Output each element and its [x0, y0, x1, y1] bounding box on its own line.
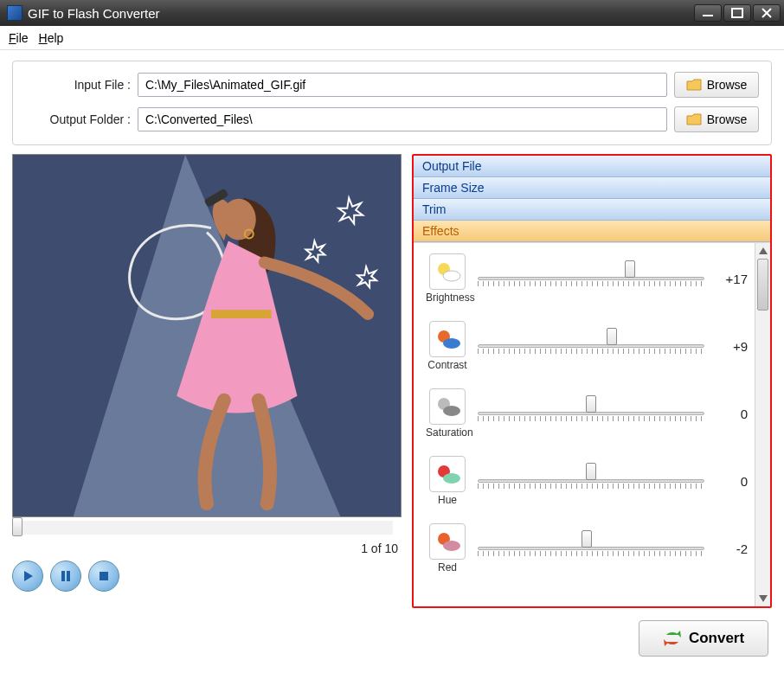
input-file-field[interactable]	[138, 73, 667, 97]
brightness-icon	[429, 253, 466, 290]
hue-slider[interactable]	[478, 468, 704, 494]
accordion-frame-size[interactable]: Frame Size	[414, 177, 770, 199]
brightness-slider[interactable]	[478, 266, 704, 292]
svg-point-19	[443, 473, 460, 484]
red-value: -2	[713, 541, 748, 556]
menubar: File Help	[0, 26, 784, 50]
saturation-icon	[429, 388, 466, 425]
red-slider-thumb[interactable]	[582, 530, 592, 548]
hue-slider-thumb[interactable]	[586, 463, 596, 480]
menu-help[interactable]: Help	[39, 31, 64, 45]
accordion-output-file[interactable]: Output File	[414, 156, 770, 177]
browse-input-button[interactable]: Browse	[674, 72, 759, 98]
scroll-down-button[interactable]	[755, 591, 770, 606]
effect-hue: Hue 0	[426, 456, 748, 506]
effect-red-label: Red	[426, 561, 469, 573]
convert-icon	[663, 630, 682, 647]
effect-red: Red -2	[426, 523, 748, 573]
menu-file[interactable]: File	[9, 31, 29, 45]
frame-counter: 1 of 10	[12, 541, 398, 555]
svg-marker-8	[24, 571, 33, 581]
contrast-icon	[429, 321, 466, 357]
output-folder-label: Output Folder :	[25, 112, 131, 126]
titlebar: GIF to Flash Converter	[0, 0, 784, 26]
file-form: Input File : Browse Output Folder : Brow…	[12, 61, 772, 145]
svg-rect-11	[100, 572, 108, 580]
settings-panel: Output File Frame Size Trim Effects Brig…	[412, 154, 772, 608]
effect-saturation: Saturation 0	[426, 388, 748, 439]
preview-canvas	[12, 154, 402, 517]
scrollbar-thumb[interactable]	[757, 259, 768, 311]
svg-rect-6	[211, 310, 272, 318]
pause-button[interactable]	[50, 561, 81, 592]
main-area: 1 of 10 Output File Frame Size Trim Effe…	[0, 154, 784, 608]
svg-point-17	[443, 406, 460, 416]
saturation-slider-thumb[interactable]	[586, 395, 596, 413]
effects-list: Brightness +17 Contrast	[414, 243, 755, 606]
stop-icon	[98, 570, 110, 582]
minimize-button[interactable]	[694, 4, 722, 22]
input-file-label: Input File :	[25, 78, 131, 92]
frame-slider-thumb[interactable]	[12, 517, 22, 536]
svg-point-13	[443, 271, 460, 281]
effect-contrast: Contrast +9	[426, 321, 748, 371]
effect-hue-label: Hue	[426, 494, 469, 506]
saturation-slider[interactable]	[478, 400, 704, 426]
folder-icon	[686, 79, 702, 91]
frame-slider[interactable]	[12, 521, 393, 535]
window-title: GIF to Flash Converter	[28, 6, 694, 21]
convert-button[interactable]: Convert	[639, 620, 768, 657]
pause-icon	[60, 570, 72, 582]
contrast-value: +9	[713, 339, 748, 354]
stop-button[interactable]	[88, 561, 119, 592]
chevron-up-icon	[759, 247, 768, 254]
output-folder-field[interactable]	[138, 107, 667, 131]
contrast-slider[interactable]	[478, 333, 704, 359]
folder-icon	[686, 113, 702, 125]
app-icon	[7, 5, 22, 21]
svg-rect-0	[703, 15, 713, 16]
play-icon	[22, 570, 34, 582]
close-button[interactable]	[753, 4, 781, 22]
accordion-trim[interactable]: Trim	[414, 199, 770, 221]
svg-point-15	[443, 338, 460, 349]
browse-output-label: Browse	[707, 112, 748, 126]
red-slider[interactable]	[478, 535, 704, 561]
effect-contrast-label: Contrast	[426, 359, 469, 371]
brightness-slider-thumb[interactable]	[625, 260, 635, 278]
scrollbar-track[interactable]	[755, 259, 770, 591]
accordion-effects[interactable]: Effects	[414, 221, 770, 242]
browse-output-button[interactable]: Browse	[674, 106, 759, 132]
convert-label: Convert	[689, 630, 744, 647]
scroll-up-button[interactable]	[755, 243, 770, 259]
red-icon	[429, 523, 466, 560]
preview-pane: 1 of 10	[12, 154, 402, 608]
contrast-slider-thumb[interactable]	[607, 328, 617, 345]
svg-marker-22	[759, 247, 768, 254]
effect-brightness-label: Brightness	[426, 292, 469, 304]
svg-rect-9	[61, 571, 65, 581]
chevron-down-icon	[759, 595, 768, 602]
effect-brightness: Brightness +17	[426, 253, 748, 304]
effect-saturation-label: Saturation	[426, 426, 469, 439]
hue-icon	[429, 456, 466, 492]
footer: Convert	[0, 608, 784, 657]
maximize-button[interactable]	[723, 4, 751, 22]
svg-rect-10	[67, 571, 70, 581]
svg-point-21	[443, 541, 460, 551]
saturation-value: 0	[713, 407, 748, 421]
play-button[interactable]	[12, 561, 43, 592]
hue-value: 0	[713, 474, 748, 489]
brightness-value: +17	[713, 272, 748, 286]
svg-rect-1	[732, 9, 742, 17]
effects-scrollbar[interactable]	[755, 243, 770, 606]
browse-input-label: Browse	[707, 78, 748, 92]
svg-marker-23	[759, 595, 768, 602]
